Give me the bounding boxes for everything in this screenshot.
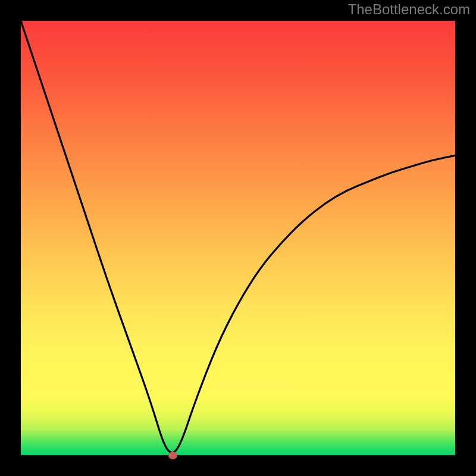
- curve-svg: [21, 21, 455, 455]
- chart-frame: TheBottleneck.com: [0, 0, 476, 476]
- attribution-text: TheBottleneck.com: [348, 1, 470, 18]
- bottleneck-curve-path: [21, 21, 455, 453]
- plot-area: [21, 21, 455, 455]
- minimum-marker: [168, 452, 177, 459]
